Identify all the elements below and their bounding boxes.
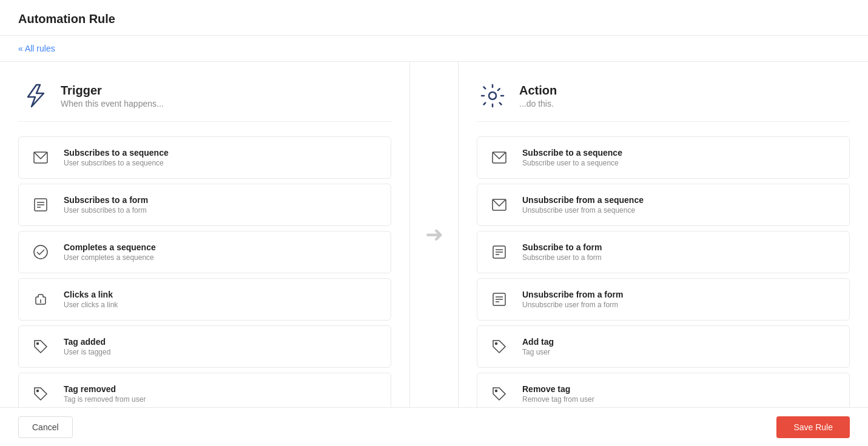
footer-bar: Cancel Save Rule xyxy=(0,408,868,446)
action-icon xyxy=(477,80,508,112)
trigger-item-list: Subscribes to a sequence User subscribes… xyxy=(18,136,391,407)
item-desc-tag-added: User is tagged xyxy=(64,348,110,356)
item-icon-subscribes-sequence xyxy=(27,144,54,171)
item-text-subscribes-sequence: Subscribes to a sequence User subscribes… xyxy=(64,148,169,167)
divider-column: ➜ xyxy=(410,62,459,407)
item-icon-completes-sequence xyxy=(27,239,54,265)
item-title-add-tag: Add tag xyxy=(522,337,554,347)
item-text-completes-sequence: Completes a sequence User completes a se… xyxy=(64,242,156,262)
item-text-tag-added: Tag added User is tagged xyxy=(64,337,110,356)
item-desc-subscribe-form: Subscribe user to a form xyxy=(522,253,602,262)
cancel-button[interactable]: Cancel xyxy=(18,416,73,438)
item-desc-subscribe-sequence: Subscribe user to a sequence xyxy=(522,159,622,167)
item-title-subscribe-sequence: Subscribe to a sequence xyxy=(522,148,622,158)
list-item-unsubscribe-form[interactable]: Unsubscribe from a form Unsubscribe user… xyxy=(477,278,850,321)
trigger-icon xyxy=(18,80,50,112)
item-title-remove-tag: Remove tag xyxy=(522,384,594,394)
item-icon-tag-removed xyxy=(27,381,54,407)
item-icon-remove-tag xyxy=(486,381,513,407)
list-item-subscribes-sequence[interactable]: Subscribes to a sequence User subscribes… xyxy=(18,136,391,179)
svg-point-24 xyxy=(496,343,497,345)
list-item-tag-removed[interactable]: Tag removed Tag is removed from user xyxy=(18,373,391,407)
action-header-text: Action ...do this. xyxy=(519,84,557,108)
list-item-subscribes-form[interactable]: Subscribes to a form User subscribes to … xyxy=(18,184,391,226)
item-text-subscribes-form: Subscribes to a form User subscribes to … xyxy=(64,195,148,215)
item-text-tag-removed: Tag removed Tag is removed from user xyxy=(64,384,146,404)
list-item-unsubscribe-sequence[interactable]: Unsubscribe from a sequence Unsubscribe … xyxy=(477,184,850,226)
item-icon-clicks-link xyxy=(27,286,54,313)
item-text-add-tag: Add tag Tag user xyxy=(522,337,554,356)
item-desc-subscribes-form: User subscribes to a form xyxy=(64,206,148,215)
item-text-unsubscribe-form: Unsubscribe from a form Unsubscribe user… xyxy=(522,290,623,309)
item-title-subscribes-sequence: Subscribes to a sequence xyxy=(64,148,169,158)
item-desc-add-tag: Tag user xyxy=(522,348,554,356)
trigger-heading: Trigger xyxy=(61,84,164,98)
item-desc-completes-sequence: User completes a sequence xyxy=(64,253,156,262)
item-icon-tag-added xyxy=(27,333,54,360)
item-text-subscribe-form: Subscribe to a form Subscribe user to a … xyxy=(522,242,602,262)
svg-point-13 xyxy=(489,92,496,99)
item-icon-subscribe-form xyxy=(486,239,513,265)
item-title-completes-sequence: Completes a sequence xyxy=(64,242,156,252)
svg-point-25 xyxy=(496,390,497,392)
item-desc-subscribes-sequence: User subscribes to a sequence xyxy=(64,159,169,167)
item-title-unsubscribe-form: Unsubscribe from a form xyxy=(522,290,623,299)
list-item-add-tag[interactable]: Add tag Tag user xyxy=(477,325,850,368)
item-icon-subscribe-sequence xyxy=(486,144,513,171)
arrow-right-icon: ➜ xyxy=(425,222,443,247)
item-icon-unsubscribe-sequence xyxy=(486,191,513,218)
item-icon-subscribes-form xyxy=(27,191,54,218)
save-rule-button[interactable]: Save Rule xyxy=(776,416,850,438)
back-link[interactable]: « All rules xyxy=(18,44,55,53)
item-desc-remove-tag: Remove tag from user xyxy=(522,395,594,404)
action-item-list: Subscribe to a sequence Subscribe user t… xyxy=(477,136,850,407)
item-desc-unsubscribe-sequence: Unsubscribe user from a sequence xyxy=(522,206,644,215)
list-item-subscribe-sequence[interactable]: Subscribe to a sequence Subscribe user t… xyxy=(477,136,850,179)
list-item-remove-tag[interactable]: Remove tag Remove tag from user xyxy=(477,373,850,407)
breadcrumb-bar: « All rules xyxy=(0,36,868,62)
action-subheading: ...do this. xyxy=(519,99,557,108)
item-desc-tag-removed: Tag is removed from user xyxy=(64,395,146,404)
trigger-header: Trigger When this event happens... xyxy=(18,80,391,122)
item-text-subscribe-sequence: Subscribe to a sequence Subscribe user t… xyxy=(522,148,622,167)
page-title: Automation Rule xyxy=(18,12,115,25)
item-text-clicks-link: Clicks a link User clicks a link xyxy=(64,290,118,309)
svg-point-7 xyxy=(37,343,39,345)
list-item-subscribe-form[interactable]: Subscribe to a form Subscribe user to a … xyxy=(477,231,850,273)
list-item-clicks-link[interactable]: Clicks a link User clicks a link xyxy=(18,278,391,321)
svg-point-5 xyxy=(34,245,47,259)
trigger-panel: Trigger When this event happens... Subsc… xyxy=(0,62,410,407)
main-content: Trigger When this event happens... Subsc… xyxy=(0,62,868,408)
item-desc-unsubscribe-form: Unsubscribe user from a form xyxy=(522,301,623,309)
item-icon-add-tag xyxy=(486,333,513,360)
list-item-completes-sequence[interactable]: Completes a sequence User completes a se… xyxy=(18,231,391,273)
svg-point-8 xyxy=(37,390,39,392)
item-title-subscribe-form: Subscribe to a form xyxy=(522,242,602,252)
trigger-header-text: Trigger When this event happens... xyxy=(61,84,164,108)
item-title-subscribes-form: Subscribes to a form xyxy=(64,195,148,205)
trigger-subheading: When this event happens... xyxy=(61,99,164,108)
item-title-unsubscribe-sequence: Unsubscribe from a sequence xyxy=(522,195,644,205)
item-text-remove-tag: Remove tag Remove tag from user xyxy=(522,384,594,404)
item-text-unsubscribe-sequence: Unsubscribe from a sequence Unsubscribe … xyxy=(522,195,644,215)
item-title-tag-removed: Tag removed xyxy=(64,384,146,394)
action-heading: Action xyxy=(519,84,557,98)
action-panel: Action ...do this. Subscribe to a sequen… xyxy=(459,62,868,407)
item-title-clicks-link: Clicks a link xyxy=(64,290,118,299)
list-item-tag-added[interactable]: Tag added User is tagged xyxy=(18,325,391,368)
item-icon-unsubscribe-form xyxy=(486,286,513,313)
page-header: Automation Rule xyxy=(0,0,868,36)
action-header: Action ...do this. xyxy=(477,80,850,122)
item-title-tag-added: Tag added xyxy=(64,337,110,347)
item-desc-clicks-link: User clicks a link xyxy=(64,301,118,309)
